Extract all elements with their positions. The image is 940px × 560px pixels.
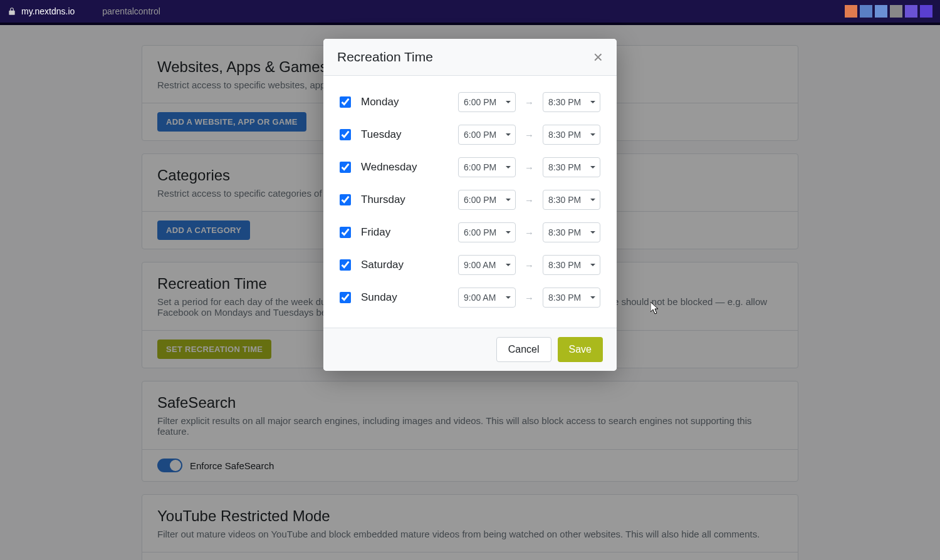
start-time-select[interactable]: 6:00 PM [458, 190, 516, 210]
end-time-select[interactable]: 8:30 PM [543, 222, 600, 242]
day-checkbox[interactable] [340, 162, 351, 173]
cancel-button[interactable]: Cancel [496, 337, 551, 362]
save-button[interactable]: Save [558, 337, 603, 362]
day-row: Sunday9:00 AM→8:30 PM [340, 281, 600, 314]
modal-title: Recreation Time [337, 49, 433, 65]
start-time-select[interactable]: 9:00 AM [458, 288, 516, 308]
day-row: Tuesday6:00 PM→8:30 PM [340, 118, 600, 151]
end-time-select[interactable]: 8:30 PM [543, 157, 600, 177]
day-checkbox[interactable] [340, 227, 351, 238]
day-row: Saturday9:00 AM→8:30 PM [340, 249, 600, 281]
day-checkbox[interactable] [340, 96, 351, 108]
day-label: Saturday [361, 259, 452, 271]
extension-icon[interactable] [860, 5, 872, 18]
extension-icon[interactable] [905, 5, 917, 18]
browser-address-bar: my.nextdns.io parentalcontrol [0, 0, 940, 23]
start-time-select[interactable]: 6:00 PM [458, 222, 516, 242]
end-time-select[interactable]: 8:30 PM [543, 255, 600, 275]
day-label: Thursday [361, 194, 452, 206]
day-label: Tuesday [361, 128, 452, 141]
day-label: Sunday [361, 291, 452, 304]
extension-icon[interactable] [845, 5, 857, 18]
lock-icon [8, 7, 16, 16]
start-time-select[interactable]: 6:00 PM [458, 92, 516, 112]
day-label: Friday [361, 226, 452, 239]
arrow-icon: → [522, 260, 536, 271]
day-checkbox[interactable] [340, 194, 351, 205]
extension-icon[interactable] [875, 5, 887, 18]
url-text[interactable]: my.nextdns.io parentalcontrol [21, 6, 160, 16]
day-label: Wednesday [361, 161, 452, 174]
extension-icon[interactable] [890, 5, 902, 18]
end-time-select[interactable]: 8:30 PM [543, 288, 600, 308]
day-checkbox[interactable] [340, 259, 351, 271]
extension-icon[interactable] [920, 5, 932, 18]
day-label: Monday [361, 96, 452, 108]
start-time-select[interactable]: 6:00 PM [458, 125, 516, 145]
end-time-select[interactable]: 8:30 PM [543, 125, 600, 145]
arrow-icon: → [522, 97, 536, 108]
arrow-icon: → [522, 227, 536, 238]
close-icon[interactable]: × [593, 49, 603, 65]
browser-extension-icons [845, 5, 932, 18]
day-checkbox[interactable] [340, 292, 351, 303]
arrow-icon: → [522, 162, 536, 173]
arrow-icon: → [522, 293, 536, 303]
day-row: Thursday6:00 PM→8:30 PM [340, 184, 600, 216]
arrow-icon: → [522, 130, 536, 140]
end-time-select[interactable]: 8:30 PM [543, 190, 600, 210]
day-checkbox[interactable] [340, 129, 351, 140]
start-time-select[interactable]: 9:00 AM [458, 255, 516, 275]
day-row: Friday6:00 PM→8:30 PM [340, 216, 600, 249]
arrow-icon: → [522, 195, 536, 205]
start-time-select[interactable]: 6:00 PM [458, 157, 516, 177]
end-time-select[interactable]: 8:30 PM [543, 92, 600, 112]
day-row: Monday6:00 PM→8:30 PM [340, 86, 600, 118]
day-row: Wednesday6:00 PM→8:30 PM [340, 151, 600, 184]
recreation-time-modal: Recreation Time × Monday6:00 PM→8:30 PMT… [323, 39, 617, 371]
